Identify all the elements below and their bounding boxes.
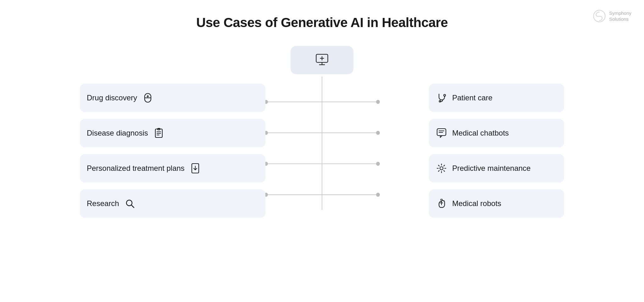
card-medical-robots: Medical robots <box>429 189 564 218</box>
gear-icon <box>436 163 447 174</box>
page: Symphony Solutions Use Cases of Generati… <box>0 0 644 302</box>
page-title: Use Cases of Generative AI in Healthcare <box>196 15 448 30</box>
svg-point-7 <box>376 131 380 135</box>
medical-robots-label: Medical robots <box>452 199 501 208</box>
svg-point-33 <box>440 167 443 170</box>
medical-chatbots-label: Medical chatbots <box>452 129 509 137</box>
svg-point-9 <box>376 193 380 197</box>
svg-point-8 <box>376 162 380 166</box>
personalized-treatment-label: Personalized treatment plans <box>87 164 185 173</box>
card-personalized-treatment: Personalized treatment plans <box>80 154 265 182</box>
card-patient-care: Patient care <box>429 84 564 112</box>
doc-download-icon <box>190 163 201 174</box>
root-node <box>291 46 353 74</box>
patient-care-label: Patient care <box>452 93 492 102</box>
card-predictive-maintenance: Predictive maintenance <box>429 154 564 182</box>
search-icon <box>124 198 136 209</box>
card-disease-diagnosis: Disease diagnosis <box>80 119 265 147</box>
right-items: Patient care Medical chatbots <box>429 84 564 218</box>
svg-point-29 <box>439 101 441 102</box>
pill-icon <box>142 92 153 103</box>
diagram: Drug discovery Disease diagnosis <box>70 40 574 302</box>
disease-diagnosis-label: Disease diagnosis <box>87 129 148 137</box>
stethoscope-icon <box>436 92 447 103</box>
svg-line-27 <box>131 205 134 208</box>
chat-icon <box>436 127 447 139</box>
predictive-maintenance-label: Predictive maintenance <box>452 164 530 173</box>
research-label: Research <box>87 199 119 208</box>
clipboard-icon <box>153 127 164 139</box>
logo-text: Symphony Solutions <box>609 10 631 22</box>
symphony-logo-icon <box>593 9 606 23</box>
robot-hand-icon <box>436 198 447 209</box>
drug-discovery-label: Drug discovery <box>87 93 137 102</box>
logo: Symphony Solutions <box>593 9 631 23</box>
left-items: Drug discovery Disease diagnosis <box>80 84 265 218</box>
card-research: Research <box>80 189 265 218</box>
card-drug-discovery: Drug discovery <box>80 84 265 112</box>
svg-point-28 <box>444 94 446 96</box>
svg-point-6 <box>376 100 380 104</box>
card-medical-chatbots: Medical chatbots <box>429 119 564 147</box>
medical-monitor-icon <box>314 53 330 68</box>
